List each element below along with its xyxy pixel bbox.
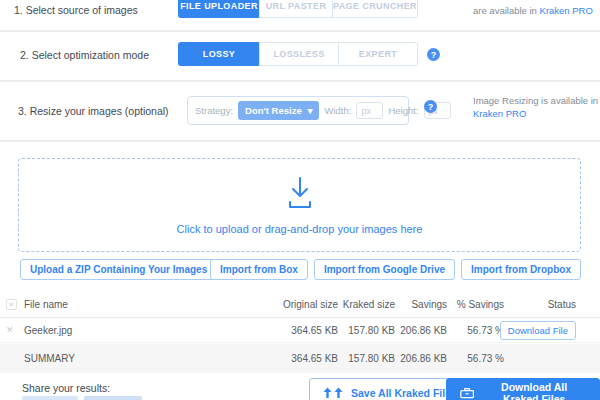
download-all-label: Download All Kraked Files [482, 381, 586, 400]
download-arrow-icon [279, 176, 321, 210]
summary-kraked-size: 157.80 KB [338, 353, 395, 364]
results-table: ✕ File name Original size Kraked size Sa… [0, 292, 600, 373]
col-file-name: File name [24, 299, 258, 310]
upload-dropzone[interactable]: Click to upload or drag-and-drop your im… [18, 158, 581, 252]
dropzone-text: Click to upload or drag-and-drop your im… [177, 223, 423, 235]
file-name: Geeker.jpg [24, 325, 258, 336]
kraked-size-value: 157.80 KB [338, 325, 395, 336]
col-status: Status [504, 299, 576, 310]
download-file-button[interactable]: Download File [500, 321, 576, 340]
height-label: Height: [388, 105, 418, 116]
import-box-button[interactable]: Import from Box [210, 259, 308, 280]
import-buttons: Import from Box Import from Google Drive… [210, 259, 581, 280]
kraken-pro-link[interactable]: Kraken PRO [473, 108, 526, 119]
step3-label: 3. Resize your images (optional) [18, 105, 169, 117]
import-dropbox-button[interactable]: Import from Dropbox [461, 259, 581, 280]
remove-file-icon[interactable]: ✕ [6, 325, 24, 335]
resize-pro-note: Image Resizing is available in Kraken PR… [473, 94, 598, 120]
resize-help-icon[interactable]: ? [424, 100, 437, 113]
import-google-drive-button[interactable]: Import from Google Drive [314, 259, 455, 280]
tab-expert[interactable]: EXPERT [338, 43, 417, 65]
share-button-partial[interactable] [84, 396, 142, 400]
tab-lossy[interactable]: LOSSY [178, 42, 260, 66]
download-all-kraked-files-button[interactable]: Download All Kraked Files [446, 378, 600, 400]
kraken-pro-link[interactable]: Kraken PRO [540, 5, 593, 16]
table-header-row: ✕ File name Original size Kraked size Sa… [0, 292, 600, 318]
chevron-down-icon: ▾ [308, 105, 313, 116]
step1-pro-note: are available in Kraken PRO [473, 4, 593, 17]
archive-box-icon [460, 386, 474, 400]
share-button-partial[interactable] [22, 396, 78, 400]
strategy-label: Strategy: [195, 105, 233, 116]
savings-value: 206.86 KB [395, 325, 447, 336]
step1-label: 1. Select source of images [14, 4, 138, 16]
summary-label: SUMMARY [24, 353, 258, 364]
table-row: ✕ Geeker.jpg 364.65 KB 157.80 KB 206.86 … [0, 318, 600, 343]
save-all-label: Save All Kraked Files [351, 387, 457, 399]
upload-zip-button[interactable]: Upload a ZIP Containing Your Images [20, 259, 217, 280]
tab-page-cruncher[interactable]: PAGE CRUNCHER [332, 0, 417, 17]
step1-note-text: are available in [473, 5, 540, 16]
divider [0, 80, 600, 82]
col-savings: Savings [395, 299, 447, 310]
strategy-value: Don't Resize [245, 105, 302, 116]
share-results-label: Share your results: [22, 382, 110, 394]
tab-url-paster[interactable]: URL PASTER [259, 0, 332, 17]
col-original-size: Original size [258, 299, 338, 310]
step2-label: 2. Select optimization mode [20, 49, 149, 61]
mode-tabs: LOSSY LOSSLESS EXPERT [178, 42, 418, 66]
divider [0, 30, 600, 32]
tab-file-uploader[interactable]: FILE UPLOADER [178, 0, 260, 18]
col-pct-savings: % Savings [447, 299, 504, 310]
width-label: Width: [324, 105, 351, 116]
summary-row: SUMMARY 364.65 KB 157.80 KB 206.86 KB 56… [0, 344, 600, 373]
tab-lossless[interactable]: LOSSLESS [259, 43, 338, 65]
divider [0, 140, 600, 142]
pct-savings-value: 56.73 % [447, 325, 504, 336]
mode-help-icon[interactable]: ? [427, 48, 440, 61]
resize-options-box: Strategy: Don't Resize ▾ Width: Height: [187, 96, 409, 125]
source-tabs: FILE UPLOADER URL PASTER PAGE CRUNCHER [178, 0, 418, 18]
upload-arrows-icon [323, 386, 343, 399]
summary-pct-savings: 56.73 % [447, 353, 504, 364]
summary-original-size: 364.65 KB [258, 353, 338, 364]
resize-note-text: Image Resizing is available in [473, 95, 598, 106]
width-input[interactable] [356, 102, 383, 119]
col-kraked-size: Kraked size [338, 299, 395, 310]
strategy-dropdown[interactable]: Don't Resize ▾ [238, 101, 319, 120]
summary-savings: 206.86 KB [395, 353, 447, 364]
select-all-close-icon[interactable]: ✕ [6, 299, 17, 310]
original-size-value: 364.65 KB [258, 325, 338, 336]
kraken-optimizer-page: 1. Select source of images FILE UPLOADER… [0, 0, 600, 400]
